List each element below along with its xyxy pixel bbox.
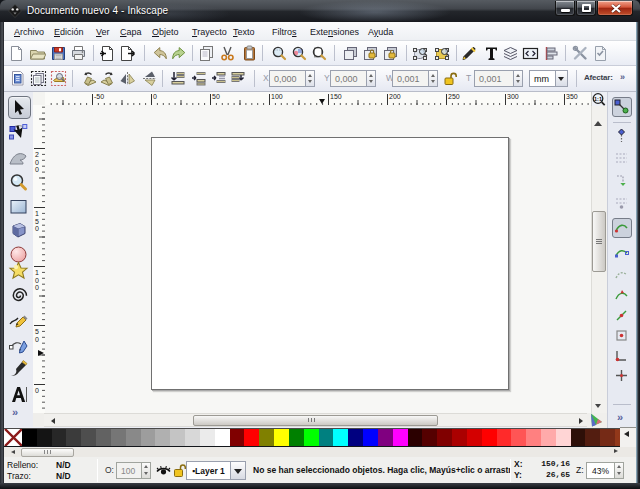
svg-text:1:1: 1:1 (594, 96, 602, 102)
